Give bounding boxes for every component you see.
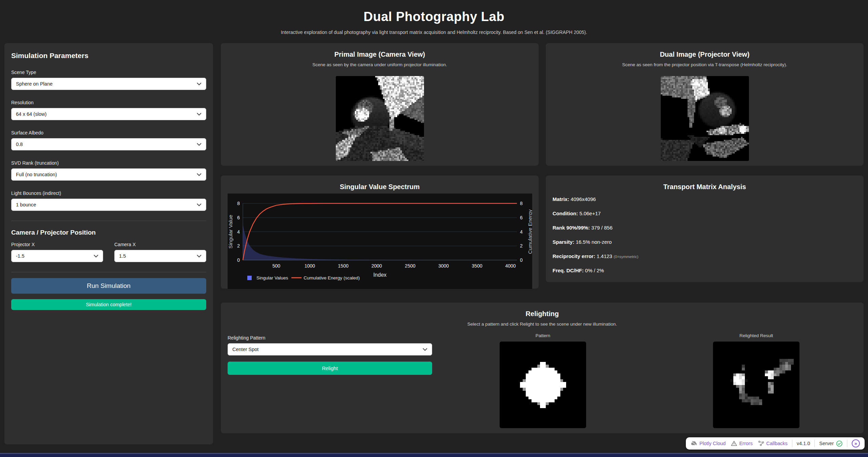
sidebar-title: Simulation Parameters (11, 52, 206, 60)
resolution-select[interactable]: 64 x 64 (slow) (11, 108, 206, 120)
dual-subtitle: Scene as seen from the projector positio… (546, 62, 864, 67)
svg-text:0: 0 (520, 257, 523, 263)
result-column: Relighted Result (713, 333, 799, 428)
relight-button[interactable]: Relight (228, 362, 432, 375)
callbacks-button[interactable]: Callbacks (758, 441, 788, 446)
projector-x-select[interactable]: -1.5 (11, 250, 103, 262)
analysis-row-rank: Rank 90%/99%: 379 / 856 (553, 225, 864, 231)
svg-text:8: 8 (520, 201, 523, 206)
simulation-parameters-panel: Simulation Parameters Scene Type Sphere … (4, 43, 213, 444)
svg-text:0: 0 (237, 257, 240, 263)
svg-text:2: 2 (520, 243, 523, 249)
relighting-subtitle: Select a pattern and click Relight to se… (221, 322, 864, 327)
singular-value-chart[interactable]: 0022446688500100015002000250030003500400… (228, 194, 532, 289)
result-caption: Relighted Result (713, 333, 799, 338)
spectrum-title: Singular Value Spectrum (221, 176, 539, 191)
chevron-down-icon (197, 83, 201, 86)
pattern-column: Pattern (500, 333, 586, 428)
relighted-result-image (713, 342, 799, 428)
svd-rank-select[interactable]: Full (no truncation) (11, 168, 206, 181)
light-bounces-label: Light Bounces (indirect) (11, 190, 206, 196)
toolbar-divider (847, 440, 847, 447)
plotly-cloud-button[interactable]: Plotly Cloud (691, 441, 726, 446)
chevron-down-icon (423, 348, 427, 351)
svg-text:Index: Index (373, 272, 386, 278)
toolbar-divider (814, 440, 815, 447)
surface-albedo-select[interactable]: 0.8 (11, 138, 206, 150)
svg-text:6: 6 (520, 215, 523, 220)
toolbar-divider (792, 440, 792, 447)
svg-text:2: 2 (237, 243, 240, 249)
projector-x-value: -1.5 (16, 253, 24, 259)
analysis-row-freq: Freq. DC/HF: 0% / 2% (553, 268, 864, 273)
warning-icon (731, 441, 737, 446)
dual-title: Dual Image (Projector View) (546, 43, 864, 58)
svg-text:2500: 2500 (405, 263, 415, 269)
page-header: Dual Photography Lab Interactive explora… (0, 0, 868, 43)
relighting-controls: Relighting Pattern Center Spot Relight (228, 335, 432, 375)
relighting-title: Relighting (221, 303, 864, 318)
svg-text:500: 500 (272, 263, 280, 269)
transport-title: Transport Matrix Analysis (546, 176, 864, 191)
analysis-row-sparsity: Sparsity: 16.5% non-zero (553, 239, 864, 245)
chevron-down-icon (197, 113, 201, 116)
svd-rank-value: Full (no truncation) (16, 172, 57, 177)
page-subtitle: Interactive exploration of dual photogra… (0, 30, 868, 35)
camera-x-select[interactable]: 1.5 (114, 250, 206, 262)
debug-links-group: Plotly Cloud Errors Callbacks (691, 437, 788, 450)
chevron-down-icon (197, 255, 201, 258)
svd-rank-label: SVD Rank (truncation) (11, 160, 206, 166)
position-section-title: Camera / Projector Position (11, 229, 206, 236)
analysis-row-condition: Condition: 5.06e+17 (553, 211, 864, 216)
dash-version: v4.1.0 (797, 441, 810, 446)
spectrum-panel: Singular Value Spectrum 0022446688500100… (221, 176, 539, 289)
divider (11, 221, 206, 221)
collapse-toolbar-button[interactable]: » (852, 439, 860, 447)
primal-image-panel: Primal Image (Camera View) Scene as seen… (221, 43, 539, 166)
camera-x-value: 1.5 (119, 253, 126, 259)
analysis-row-matrix: Matrix: 4096x4096 (553, 196, 864, 202)
resolution-value: 64 x 64 (slow) (16, 111, 46, 117)
chevron-down-icon (197, 173, 201, 176)
projector-x-label: Projector X (11, 242, 103, 247)
transport-analysis-panel: Transport Matrix Analysis Matrix: 4096x4… (546, 176, 864, 282)
chevron-down-icon (197, 203, 201, 206)
light-bounces-select[interactable]: 1 bounce (11, 199, 206, 211)
callback-graph-icon (758, 441, 764, 446)
errors-button[interactable]: Errors (731, 441, 752, 446)
scene-type-select[interactable]: Sphere on Plane (11, 78, 206, 90)
svg-text:Singular Values: Singular Values (256, 275, 288, 280)
svg-text:2000: 2000 (371, 263, 382, 269)
position-row: Projector X -1.5 Camera X 1.5 (11, 236, 206, 262)
scene-type-value: Sphere on Plane (16, 81, 53, 87)
svg-text:1000: 1000 (304, 263, 315, 269)
relighting-pattern-value: Center Spot (232, 347, 258, 352)
analysis-rows: Matrix: 4096x4096 Condition: 5.06e+17 Ra… (546, 191, 864, 273)
divider (11, 272, 206, 272)
bottom-taskbar-strip (0, 453, 868, 457)
cloud-icon (691, 441, 697, 446)
primal-subtitle: Scene as seen by the camera under unifor… (221, 62, 539, 67)
primal-title: Primal Image (Camera View) (221, 43, 539, 58)
relighting-pattern-select[interactable]: Center Spot (228, 343, 432, 355)
scene-type-label: Scene Type (11, 70, 206, 75)
svg-text:6: 6 (237, 215, 240, 220)
dash-debug-toolbar: Plotly Cloud Errors Callbacks v4.1.0 Ser… (686, 437, 865, 450)
svg-text:3500: 3500 (471, 263, 482, 269)
run-simulation-button[interactable]: Run Simulation (11, 278, 206, 294)
resolution-label: Resolution (11, 100, 206, 105)
relighting-pattern-label: Relighting Pattern (228, 335, 432, 341)
svg-text:Singular Value: Singular Value (228, 215, 233, 249)
svg-text:8: 8 (237, 201, 240, 206)
pattern-caption: Pattern (500, 333, 586, 338)
svg-text:4: 4 (520, 229, 523, 235)
relighting-panel: Relighting Select a pattern and click Re… (221, 303, 864, 433)
chevron-down-icon (94, 255, 98, 258)
surface-albedo-label: Surface Albedo (11, 130, 206, 135)
surface-albedo-value: 0.8 (16, 142, 23, 147)
analysis-row-reciprocity: Reciprocity error: 1.4123(0=symmetric) (553, 253, 864, 259)
camera-x-label: Camera X (114, 242, 206, 247)
server-check-icon (836, 440, 843, 447)
pattern-image (500, 342, 586, 428)
svg-text:Cumulative Energy (scaled): Cumulative Energy (scaled) (304, 275, 360, 280)
